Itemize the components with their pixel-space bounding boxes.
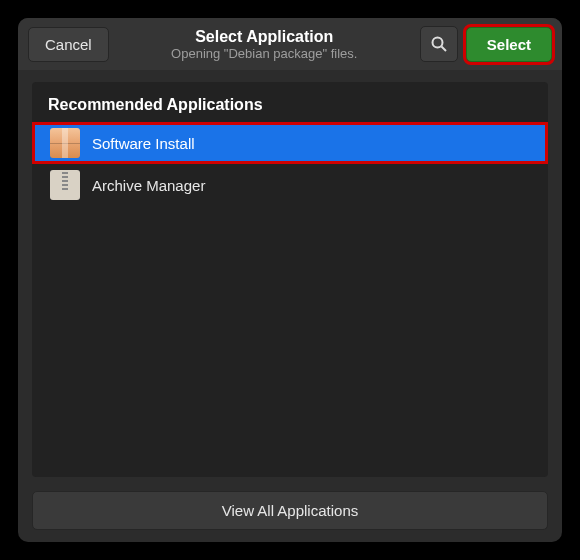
- select-application-dialog: Cancel Select Application Opening "Debia…: [18, 18, 562, 542]
- cancel-button[interactable]: Cancel: [28, 27, 109, 62]
- svg-point-0: [432, 38, 442, 48]
- dialog-title: Select Application: [117, 27, 412, 46]
- dialog-subtitle: Opening "Debian package" files.: [117, 46, 412, 62]
- app-item-label: Software Install: [92, 135, 195, 152]
- application-list: Software Install Archive Manager: [32, 122, 548, 477]
- app-item-archive-manager[interactable]: Archive Manager: [32, 164, 548, 206]
- view-all-applications-button[interactable]: View All Applications: [32, 491, 548, 530]
- dialog-footer: View All Applications: [18, 485, 562, 542]
- archive-icon: [50, 170, 80, 200]
- select-button[interactable]: Select: [466, 27, 552, 62]
- header-title-group: Select Application Opening "Debian packa…: [117, 27, 412, 62]
- package-icon: [50, 128, 80, 158]
- search-button[interactable]: [420, 26, 458, 62]
- svg-line-1: [441, 47, 446, 52]
- dialog-header: Cancel Select Application Opening "Debia…: [18, 18, 562, 70]
- search-icon: [430, 35, 448, 53]
- recommended-heading: Recommended Applications: [32, 82, 548, 122]
- dialog-body: Recommended Applications Software Instal…: [32, 82, 548, 477]
- app-item-label: Archive Manager: [92, 177, 205, 194]
- app-item-software-install[interactable]: Software Install: [32, 122, 548, 164]
